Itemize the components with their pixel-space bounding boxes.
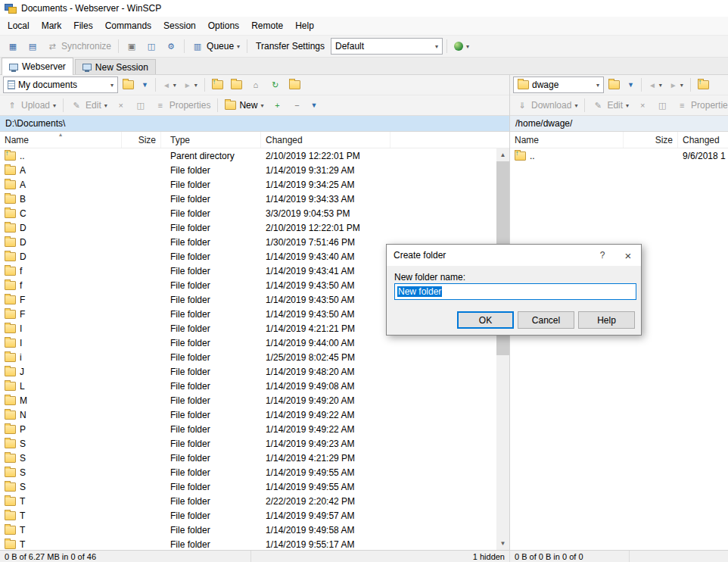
layout-button[interactable]: ▤ [23, 38, 42, 55]
parent-directory-button[interactable] [695, 76, 712, 93]
upload-icon: ⇑ [6, 99, 18, 111]
parent-directory-button[interactable] [209, 76, 226, 93]
menu-files[interactable]: Files [67, 17, 98, 35]
filter-button[interactable]: ▼ [138, 76, 151, 93]
ok-button[interactable]: OK [457, 311, 514, 329]
file-row[interactable]: iFile folder1/25/2019 8:02:45 PM [0, 350, 496, 364]
preferences-button[interactable]: ⚙ [162, 38, 180, 55]
transfer-settings-combo[interactable]: Default ▾ [331, 38, 443, 55]
remote-dir-combo[interactable]: dwage ▾ [513, 76, 604, 93]
file-row[interactable]: TFile folder1/14/2019 9:55:17 AM [0, 537, 496, 550]
commander-panels-button[interactable]: ▦ [4, 38, 22, 55]
file-row[interactable]: AFile folder1/14/2019 9:31:29 AM [0, 163, 496, 177]
column-header-name[interactable]: Name [510, 132, 624, 148]
select-button[interactable]: + [268, 97, 286, 114]
root-directory-button[interactable] [228, 76, 245, 93]
file-name-cell: T [0, 538, 122, 551]
file-row[interactable]: ..9/6/2018 1 [510, 148, 728, 163]
file-row[interactable]: IFile folder1/14/2019 9:44:00 AM [0, 336, 496, 350]
edit-label: Edit [86, 100, 101, 111]
file-row[interactable]: NFile folder1/14/2019 9:49:22 AM [0, 407, 496, 422]
menu-local[interactable]: Local [2, 17, 36, 35]
forward-button[interactable]: ►▾ [181, 76, 201, 93]
synchronize-button[interactable]: ⇄ Synchronize [43, 38, 114, 55]
refresh-button[interactable]: ↻ [266, 76, 285, 93]
open-directory-button[interactable] [605, 76, 623, 93]
edit-button[interactable]: ✎ Edit ▾ [67, 97, 110, 114]
properties-button[interactable]: ≡ Properties [151, 97, 214, 114]
duplicate-button[interactable]: ◫ [653, 97, 671, 114]
download-button[interactable]: ⇓ Download ▾ [513, 97, 580, 114]
back-button[interactable]: ◄▾ [646, 76, 665, 93]
menu-commands[interactable]: Commands [99, 17, 157, 35]
open-directory-button[interactable] [120, 76, 137, 93]
directory-tree-button[interactable] [286, 76, 303, 93]
file-row[interactable]: SFile folder1/14/2019 9:49:55 AM [0, 465, 496, 479]
new-folder-name-input[interactable]: New folder [394, 283, 636, 300]
queue-button[interactable]: ▥ Queue ▾ [188, 38, 243, 55]
filter-button[interactable]: ▼ [624, 76, 637, 93]
file-row[interactable]: SFile folder1/14/2019 9:49:23 AM [0, 436, 496, 451]
unselect-button[interactable]: − [288, 97, 306, 114]
back-button[interactable]: ◄▾ [160, 76, 179, 93]
session-color-button[interactable]: ▾ [451, 38, 472, 55]
chevron-down-icon: ▾ [237, 43, 240, 50]
help-button[interactable]: Help [578, 311, 635, 329]
duplicate-button[interactable]: ◫ [132, 97, 150, 114]
file-row[interactable]: CFile folder3/3/2019 9:04:53 PM [0, 206, 496, 220]
find-files-button[interactable]: ◫ [142, 38, 160, 55]
file-row[interactable]: ..Parent directory2/10/2019 12:22:01 PM [0, 148, 496, 163]
toolbar-separator [446, 39, 447, 53]
menu-session[interactable]: Session [157, 17, 202, 35]
local-path-bar[interactable]: D:\Documents\ [0, 116, 509, 132]
file-row[interactable]: MFile folder1/14/2019 9:49:20 AM [0, 393, 496, 407]
upload-button[interactable]: ⇑ Upload ▾ [3, 97, 59, 114]
menu-mark[interactable]: Mark [36, 17, 68, 35]
tab-new-session[interactable]: New Session [75, 59, 156, 74]
local-scrollbar[interactable]: ▲ ▼ [496, 148, 509, 550]
console-button[interactable]: ▣ [123, 38, 141, 55]
delete-button[interactable]: × [112, 97, 130, 114]
column-header-size[interactable]: Size [624, 132, 678, 148]
column-header-changed[interactable]: Changed [261, 132, 390, 148]
remote-path-bar[interactable]: /home/dwage/ [510, 116, 728, 132]
local-drive-combo[interactable]: My documents ▾ [3, 76, 118, 93]
file-row[interactable]: AFile folder1/14/2019 9:34:25 AM [0, 177, 496, 192]
menu-remote[interactable]: Remote [245, 17, 289, 35]
file-row[interactable]: SFile folder1/14/2019 9:49:55 AM [0, 479, 496, 494]
delete-button[interactable]: × [633, 97, 652, 114]
cancel-button[interactable]: Cancel [518, 311, 574, 329]
forward-button[interactable]: ►▾ [667, 76, 686, 93]
file-row[interactable]: SFile folder1/14/2019 4:21:29 PM [0, 451, 496, 465]
selection-filter-button[interactable]: ▼ [307, 97, 320, 114]
file-name-cell: D [0, 250, 122, 264]
file-row[interactable]: TFile folder2/22/2019 2:20:42 PM [0, 494, 496, 508]
properties-button[interactable]: ≡ Properties [673, 97, 728, 114]
header-filler [390, 132, 510, 148]
open-folder-icon [123, 80, 134, 89]
file-row[interactable]: PFile folder1/14/2019 9:49:22 AM [0, 422, 496, 436]
file-name-cell: f [0, 279, 122, 292]
column-header-changed[interactable]: Changed [678, 132, 728, 148]
file-row[interactable]: TFile folder1/14/2019 9:49:57 AM [0, 508, 496, 523]
file-row[interactable]: LFile folder1/14/2019 9:49:08 AM [0, 379, 496, 393]
menu-help[interactable]: Help [289, 17, 320, 35]
column-header-size[interactable]: Size [122, 132, 161, 148]
edit-button[interactable]: ✎ Edit ▾ [589, 97, 632, 114]
scroll-up-icon[interactable]: ▲ [496, 148, 509, 161]
file-row[interactable]: TFile folder1/14/2019 9:49:58 AM [0, 523, 496, 537]
column-header-type[interactable]: Type [161, 132, 261, 148]
column-header-name[interactable]: Name▴ [0, 132, 122, 148]
dialog-close-icon[interactable]: × [615, 245, 641, 266]
menu-options[interactable]: Options [202, 17, 245, 35]
scroll-down-icon[interactable]: ▼ [496, 537, 509, 550]
home-directory-button[interactable]: ⌂ [247, 76, 265, 93]
file-row[interactable]: BFile folder1/14/2019 9:34:33 AM [0, 192, 496, 206]
file-row[interactable]: DFile folder2/10/2019 12:22:01 PM [0, 220, 496, 235]
new-button[interactable]: New ▾ [222, 97, 266, 114]
console-icon: ▣ [126, 40, 138, 52]
dialog-help-icon[interactable]: ? [590, 245, 615, 266]
file-row[interactable]: JFile folder1/14/2019 9:48:20 AM [0, 364, 496, 379]
back-icon: ◄ [163, 81, 170, 89]
tab-webserver[interactable]: Webserver [2, 58, 73, 75]
